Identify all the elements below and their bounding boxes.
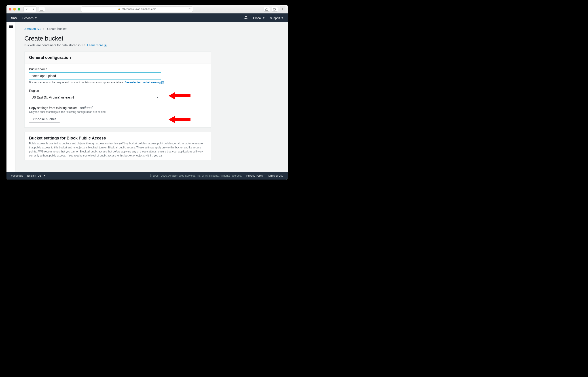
caret-down-icon <box>263 17 265 19</box>
language-selector[interactable]: English (US) <box>27 174 45 177</box>
lock-icon: 🔒 <box>118 8 121 10</box>
browser-toolbar: 🔒 s3.console.aws.amazon.com ⟳ + <box>7 5 288 13</box>
general-config-heading: General configuration <box>29 55 206 60</box>
close-window-button[interactable] <box>9 8 11 11</box>
global-label: Global <box>253 16 262 20</box>
hamburger-icon[interactable] <box>9 25 13 172</box>
notifications-button[interactable] <box>244 16 248 20</box>
new-tab-button[interactable]: + <box>280 6 286 12</box>
copyright-text: © 2008 - 2020, Amazon Web Services, Inc.… <box>150 174 242 177</box>
choose-bucket-button[interactable]: Choose bucket <box>29 116 60 122</box>
main-content: Amazon S3 › Create bucket Create bucket … <box>15 22 288 172</box>
terms-link[interactable]: Terms of Use <box>267 174 283 177</box>
browser-window: 🔒 s3.console.aws.amazon.com ⟳ + aws Serv… <box>7 5 288 179</box>
tabs-button[interactable] <box>272 7 278 12</box>
address-bar[interactable]: 🔒 s3.console.aws.amazon.com ⟳ <box>81 7 193 12</box>
svg-rect-4 <box>273 9 276 10</box>
privacy-link[interactable]: Privacy Policy <box>246 174 263 177</box>
bucket-name-field: Bucket name Bucket name must be unique a… <box>29 67 206 84</box>
region-value: US East (N. Virginia) us-east-1 <box>32 95 74 99</box>
breadcrumb-current: Create bucket <box>47 27 67 31</box>
forward-button[interactable] <box>30 7 36 12</box>
chevron-right-icon: › <box>43 27 44 31</box>
sidebar-toggle-button[interactable] <box>38 7 45 12</box>
bucket-name-hint: Bucket name must be unique and must not … <box>29 81 206 84</box>
svg-rect-0 <box>40 8 43 10</box>
side-nav-collapsed <box>7 22 15 172</box>
block-public-access-panel: Bucket settings for Block Public Access … <box>24 132 211 160</box>
copy-optional: - optional <box>77 106 92 110</box>
minimize-window-button[interactable] <box>13 8 16 11</box>
external-link-icon <box>104 44 107 47</box>
aws-header: aws Services Global Support <box>7 13 288 22</box>
copy-label: Copy settings from existing bucket <box>29 106 77 110</box>
url-text: s3.console.aws.amazon.com <box>122 8 156 11</box>
support-menu[interactable]: Support <box>270 16 283 20</box>
content-wrapper: Amazon S3 › Create bucket Create bucket … <box>7 22 288 172</box>
back-button[interactable] <box>24 7 30 12</box>
bucket-name-input[interactable] <box>29 72 161 80</box>
block-heading: Bucket settings for Block Public Access <box>29 136 206 141</box>
page-description: Buckets are containers for data stored i… <box>24 43 279 47</box>
window-controls <box>9 8 20 11</box>
region-select[interactable]: US East (N. Virginia) us-east-1 <box>29 94 161 101</box>
services-label: Services <box>22 16 33 20</box>
maximize-window-button[interactable] <box>18 8 20 11</box>
bell-icon <box>244 16 248 20</box>
caret-down-icon <box>44 175 45 177</box>
language-label: English (US) <box>27 174 42 177</box>
breadcrumb-root[interactable]: Amazon S3 <box>24 27 41 31</box>
feedback-link[interactable]: Feedback <box>11 174 23 177</box>
caret-down-icon <box>35 17 37 19</box>
reload-icon[interactable]: ⟳ <box>189 7 191 11</box>
region-menu[interactable]: Global <box>253 16 265 20</box>
footer: Feedback English (US) © 2008 - 2020, Ama… <box>7 172 288 179</box>
learn-more-link[interactable]: Learn more <box>87 43 107 47</box>
share-button[interactable] <box>264 7 270 12</box>
annotation-arrow <box>168 92 190 99</box>
copy-hint: Only the bucket settings in the followin… <box>29 110 206 114</box>
bucket-name-label: Bucket name <box>29 67 206 71</box>
breadcrumb: Amazon S3 › Create bucket <box>24 27 279 31</box>
block-description: Public access is granted to buckets and … <box>29 141 206 158</box>
panel-header: General configuration <box>25 52 211 64</box>
page-title: Create bucket <box>24 35 279 42</box>
services-menu[interactable]: Services <box>22 16 37 20</box>
aws-logo[interactable]: aws <box>11 16 17 20</box>
caret-down-icon <box>281 17 283 19</box>
region-label: Region <box>29 89 206 93</box>
support-label: Support <box>270 16 280 20</box>
naming-rules-link[interactable]: See rules for bucket naming <box>125 81 161 84</box>
external-link-icon <box>161 81 164 84</box>
caret-down-icon <box>157 97 158 98</box>
nav-buttons <box>23 7 36 12</box>
annotation-arrow <box>168 116 190 123</box>
